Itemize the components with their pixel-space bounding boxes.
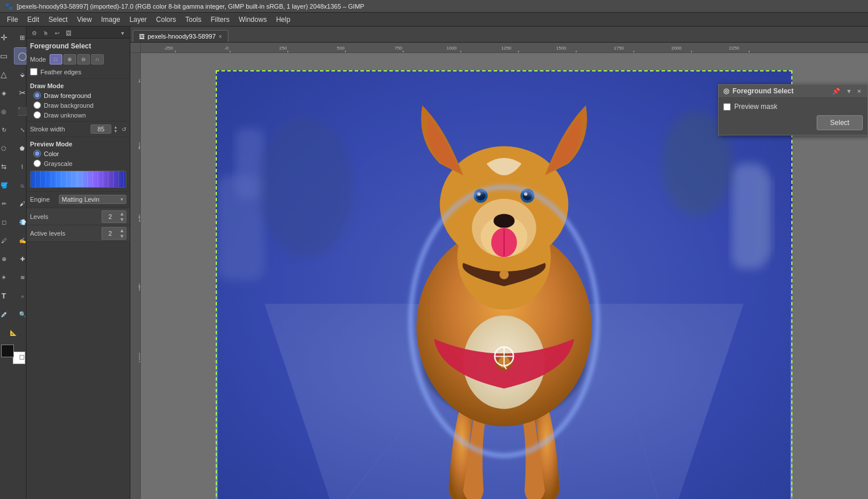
menu-windows[interactable]: Windows — [234, 14, 272, 25]
fg-panel-body: Preview mask Select — [719, 98, 867, 135]
active-levels-up-btn[interactable]: ▲ — [118, 228, 126, 233]
select-button[interactable]: Select — [817, 115, 863, 130]
stroke-up-arrow[interactable]: ▲ — [114, 125, 118, 129]
draw-unknown-row: Draw unknown — [27, 110, 130, 120]
stroke-width-spinner[interactable]: ▲ ▼ — [114, 125, 118, 133]
mode-intersect-btn[interactable]: ∩ — [91, 54, 104, 65]
preview-mode-title: Preview Mode — [27, 138, 130, 149]
images-tab[interactable]: 🖼 — [63, 28, 74, 38]
levels-label: Levels — [30, 213, 102, 220]
rotate-btn[interactable]: ↻ — [0, 121, 13, 138]
preview-mask-checkbox[interactable] — [723, 103, 731, 111]
window-title: [pexels-hnoody93-58997] (imported)-17.0 … — [17, 3, 365, 10]
stroke-reset-btn[interactable]: ↺ — [122, 126, 126, 133]
mode-subtract-btn[interactable]: ⊖ — [77, 54, 90, 65]
svg-text:1500: 1500 — [556, 46, 566, 51]
svg-text:750: 750 — [394, 46, 403, 51]
stroke-width-value[interactable]: 85 — [91, 124, 111, 134]
tool-options-panel: ⚙ 🖱 ↩ 🖼 ▾ Foreground Select Mode □ ⊕ ⊖ ∩… — [27, 27, 130, 499]
menu-help[interactable]: Help — [272, 14, 295, 25]
menu-select[interactable]: Select — [44, 14, 72, 25]
draw-foreground-radio[interactable] — [33, 92, 41, 99]
color-swatches[interactable] — [1, 345, 25, 364]
menu-colors[interactable]: Colors — [152, 14, 181, 25]
fg-panel-pin-btn[interactable]: 📌 — [831, 88, 842, 95]
canvas-tab-close-btn[interactable]: × — [219, 33, 222, 40]
draw-mode-title: Draw Mode — [27, 80, 130, 90]
image-canvas[interactable] — [216, 70, 792, 499]
menu-filters[interactable]: Filters — [206, 14, 234, 25]
toolbox: ✛ ⊞ ▭ ◯ △ ⬙ ◈ ✂ ◎ ⬛ ↻ ⤡ ⬠ ⬟ ⇆ ⌇ — [0, 27, 27, 499]
measure-btn[interactable]: 📐 — [5, 324, 22, 341]
canvas-tab-main[interactable]: 🖼 pexels-hnoody93-58997 × — [133, 30, 228, 42]
levels-down-btn[interactable]: ▼ — [118, 217, 126, 222]
menu-edit[interactable]: Edit — [22, 14, 44, 25]
feather-edges-checkbox[interactable] — [30, 68, 37, 75]
active-levels-down-btn[interactable]: ▼ — [118, 233, 126, 239]
draw-foreground-row: Draw foreground — [27, 90, 130, 100]
mode-label: Mode — [30, 56, 46, 63]
canvas-tab-bar: 🖼 pexels-hnoody93-58997 × — [130, 27, 868, 43]
clone-btn[interactable]: ⊕ — [0, 250, 13, 267]
svg-text:-0: -0 — [224, 46, 229, 51]
svg-text:500: 500 — [138, 214, 141, 222]
bucket-fill-btn[interactable]: 🪣 — [0, 176, 13, 194]
menu-image[interactable]: Image — [96, 14, 125, 25]
levels-up-btn[interactable]: ▲ — [118, 211, 126, 217]
color-select-btn[interactable]: ◈ — [0, 84, 13, 101]
free-select-btn[interactable]: △ — [0, 66, 13, 83]
svg-text:1750: 1750 — [614, 46, 624, 51]
mode-replace-btn[interactable]: □ — [50, 54, 62, 65]
undo-history-tab[interactable]: ↩ — [52, 28, 62, 38]
app-icon: 🐾 — [5, 2, 13, 10]
svg-text:1250: 1250 — [501, 46, 512, 51]
stroke-down-arrow[interactable]: ▼ — [114, 129, 118, 133]
fg-select-btn[interactable]: ◎ — [0, 103, 13, 120]
swap-colors-btn[interactable] — [20, 355, 24, 360]
tool-options-tab[interactable]: ⚙ — [29, 28, 39, 38]
fg-panel-icon: ◎ — [723, 87, 729, 95]
preview-grayscale-label: Grayscale — [44, 160, 73, 167]
engine-select[interactable]: Matting Levin ▾ — [59, 195, 126, 204]
active-levels-label: Active levels — [30, 230, 102, 237]
eraser-btn[interactable]: ◻ — [0, 213, 13, 230]
text-btn[interactable]: T — [0, 287, 13, 304]
pencil-btn[interactable]: ✏ — [0, 195, 13, 212]
levels-row: Levels 2 ▲ ▼ — [27, 209, 130, 225]
active-levels-value[interactable]: 2 — [102, 229, 118, 237]
draw-background-label: Draw background — [44, 102, 93, 109]
rect-select-btn[interactable]: ▭ — [0, 47, 13, 65]
fg-panel-options-btn[interactable]: ▾ — [846, 88, 852, 95]
color-picker-btn[interactable]: 💉 — [0, 305, 13, 323]
svg-text:2250: 2250 — [729, 46, 739, 51]
shear-btn[interactable]: ⬠ — [0, 139, 13, 157]
preview-grayscale-radio[interactable] — [33, 160, 41, 167]
preview-grayscale-row: Grayscale — [27, 158, 130, 168]
fg-panel-header: ◎ Foreground Select 📌 ▾ × — [719, 85, 867, 98]
menu-file[interactable]: File — [2, 14, 22, 25]
menu-tools[interactable]: Tools — [181, 14, 206, 25]
ink-btn[interactable]: 🖊 — [0, 232, 13, 249]
menu-layer[interactable]: Layer — [125, 14, 152, 25]
mode-row: Mode □ ⊕ ⊖ ∩ — [27, 52, 130, 66]
engine-dropdown-icon[interactable]: ▾ — [121, 196, 123, 202]
foreground-color-swatch[interactable] — [1, 345, 14, 357]
draw-background-radio[interactable] — [33, 101, 41, 109]
canvas-area[interactable]: 🖼 pexels-hnoody93-58997 × -250 -0 250 50… — [130, 27, 868, 499]
engine-label: Engine — [30, 196, 59, 203]
flip-btn[interactable]: ⇆ — [0, 158, 13, 175]
fg-panel-close-btn[interactable]: × — [856, 88, 863, 94]
preview-color-radio[interactable] — [33, 150, 41, 157]
draw-unknown-radio[interactable] — [33, 111, 41, 119]
dodge-btn[interactable]: ☀ — [0, 269, 13, 286]
engine-value: Matting Levin — [62, 196, 99, 203]
levels-value[interactable]: 2 — [102, 213, 118, 221]
panel-options-btn[interactable]: ▾ — [117, 28, 127, 38]
menu-view[interactable]: View — [72, 14, 96, 25]
device-status-tab[interactable]: 🖱 — [40, 28, 51, 38]
svg-text:750: 750 — [138, 283, 141, 291]
mode-add-btn[interactable]: ⊕ — [63, 54, 76, 65]
move-tool-btn[interactable]: ✛ — [0, 29, 13, 46]
draw-foreground-label: Draw foreground — [44, 92, 91, 99]
feather-edges-label: Feather edges — [40, 69, 81, 75]
